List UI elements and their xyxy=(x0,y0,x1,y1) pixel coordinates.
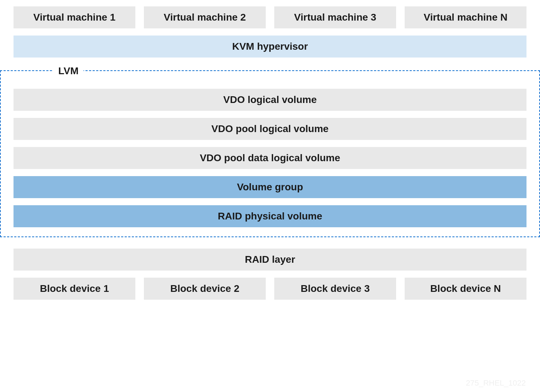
raid-layer-row: RAID layer xyxy=(14,249,526,271)
lvm-group: LVM VDO logical volume VDO pool logical … xyxy=(0,70,540,237)
vm-box: Virtual machine 1 xyxy=(14,6,135,28)
volume-group-box: Volume group xyxy=(14,176,526,198)
vdo-pool-logical-volume-box: VDO pool logical volume xyxy=(14,118,526,140)
block-device-box: Block device N xyxy=(405,278,526,300)
lvm-layer-row: RAID physical volume xyxy=(14,205,526,227)
lvm-layer-row: Volume group xyxy=(14,176,526,198)
vm-box: Virtual machine N xyxy=(405,6,526,28)
hypervisor-box: KVM hypervisor xyxy=(14,36,526,58)
raid-physical-volume-box: RAID physical volume xyxy=(14,205,526,227)
block-device-row: Block device 1 Block device 2 Block devi… xyxy=(14,278,526,300)
watermark-text: 275_RHEL_1022 xyxy=(466,379,526,388)
lvm-layer-row: VDO pool data logical volume xyxy=(14,147,526,169)
lvm-legend: LVM xyxy=(53,65,83,77)
diagram-container: Virtual machine 1 Virtual machine 2 Virt… xyxy=(0,6,540,300)
vdo-logical-volume-box: VDO logical volume xyxy=(14,89,526,111)
lvm-layer-row: VDO logical volume xyxy=(14,89,526,111)
block-device-box: Block device 1 xyxy=(14,278,135,300)
block-device-box: Block device 3 xyxy=(274,278,396,300)
vm-box: Virtual machine 3 xyxy=(274,6,396,28)
raid-layer-box: RAID layer xyxy=(14,249,526,271)
vdo-pool-data-logical-volume-box: VDO pool data logical volume xyxy=(14,147,526,169)
block-device-box: Block device 2 xyxy=(144,278,266,300)
lvm-layer-row: VDO pool logical volume xyxy=(14,118,526,140)
hypervisor-row: KVM hypervisor xyxy=(14,36,526,58)
vm-row: Virtual machine 1 Virtual machine 2 Virt… xyxy=(14,6,526,28)
vm-box: Virtual machine 2 xyxy=(144,6,266,28)
